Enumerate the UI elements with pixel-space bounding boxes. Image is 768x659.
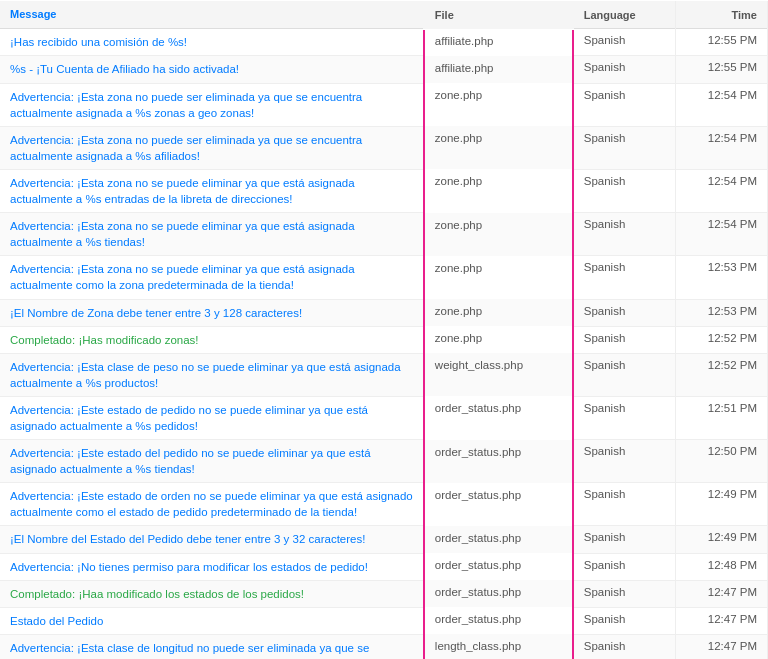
cell-time: 12:54 PM	[676, 126, 768, 169]
table-row: Advertencia: ¡Esta zona no puede ser eli…	[0, 126, 768, 169]
cell-time: 12:50 PM	[676, 440, 768, 483]
cell-language: Spanish	[573, 440, 676, 483]
table-row: Advertencia: ¡Este estado del pedido no …	[0, 440, 768, 483]
cell-language: Spanish	[573, 299, 676, 326]
cell-language: Spanish	[573, 56, 676, 83]
col-header-language: Language	[573, 1, 676, 29]
table-header-row: Message File Language Time	[0, 1, 768, 29]
cell-file: order_status.php	[424, 440, 573, 483]
cell-file: weight_class.php	[424, 353, 573, 396]
cell-language: Spanish	[573, 213, 676, 256]
cell-message: Advertencia: ¡Este estado de pedido no s…	[0, 396, 424, 439]
table-row: Estado del Pedidoorder_status.phpSpanish…	[0, 607, 768, 634]
cell-file: order_status.php	[424, 553, 573, 580]
cell-language: Spanish	[573, 83, 676, 126]
cell-time: 12:49 PM	[676, 483, 768, 526]
cell-file: order_status.php	[424, 580, 573, 607]
cell-language: Spanish	[573, 607, 676, 634]
cell-message: ¡El Nombre del Estado del Pedido debe te…	[0, 526, 424, 553]
table-row: Completado: ¡Has modificado zonas!zone.p…	[0, 326, 768, 353]
cell-time: 12:48 PM	[676, 553, 768, 580]
table-row: Advertencia: ¡Esta zona no se puede elim…	[0, 169, 768, 212]
cell-time: 12:54 PM	[676, 83, 768, 126]
cell-time: 12:55 PM	[676, 56, 768, 83]
cell-time: 12:51 PM	[676, 396, 768, 439]
cell-time: 12:47 PM	[676, 634, 768, 659]
cell-message: Advertencia: ¡Esta zona no puede ser eli…	[0, 126, 424, 169]
table-row: Advertencia: ¡Este estado de orden no se…	[0, 483, 768, 526]
table-row: ¡El Nombre del Estado del Pedido debe te…	[0, 526, 768, 553]
table-row: Advertencia: ¡Esta clase de longitud no …	[0, 634, 768, 659]
cell-language: Spanish	[573, 353, 676, 396]
table-row: Advertencia: ¡No tienes permiso para mod…	[0, 553, 768, 580]
cell-message: Advertencia: ¡Esta clase de longitud no …	[0, 634, 424, 659]
cell-time: 12:49 PM	[676, 526, 768, 553]
cell-language: Spanish	[573, 169, 676, 212]
cell-file: zone.php	[424, 326, 573, 353]
cell-language: Spanish	[573, 553, 676, 580]
cell-message: Completado: ¡Has modificado zonas!	[0, 326, 424, 353]
cell-file: order_status.php	[424, 526, 573, 553]
cell-message: Completado: ¡Haa modificado los estados …	[0, 580, 424, 607]
cell-message: ¡Has recibido una comisión de %s!	[0, 29, 424, 56]
cell-file: zone.php	[424, 256, 573, 299]
cell-time: 12:54 PM	[676, 213, 768, 256]
cell-time: 12:53 PM	[676, 256, 768, 299]
table-row: ¡Has recibido una comisión de %s!affilia…	[0, 29, 768, 56]
cell-time: 12:53 PM	[676, 299, 768, 326]
cell-language: Spanish	[573, 256, 676, 299]
cell-file: zone.php	[424, 169, 573, 212]
cell-message: Advertencia: ¡No tienes permiso para mod…	[0, 553, 424, 580]
cell-message: Advertencia: ¡Esta zona no se puede elim…	[0, 256, 424, 299]
table-row: ¡El Nombre de Zona debe tener entre 3 y …	[0, 299, 768, 326]
cell-file: zone.php	[424, 83, 573, 126]
cell-language: Spanish	[573, 580, 676, 607]
table-row: Advertencia: ¡Esta clase de peso no se p…	[0, 353, 768, 396]
cell-language: Spanish	[573, 634, 676, 659]
cell-file: affiliate.php	[424, 29, 573, 56]
table-row: %s - ¡Tu Cuenta de Afiliado ha sido acti…	[0, 56, 768, 83]
cell-message: %s - ¡Tu Cuenta de Afiliado ha sido acti…	[0, 56, 424, 83]
cell-language: Spanish	[573, 126, 676, 169]
cell-time: 12:47 PM	[676, 580, 768, 607]
cell-file: order_status.php	[424, 607, 573, 634]
col-header-message: Message	[0, 1, 424, 29]
cell-file: length_class.php	[424, 634, 573, 659]
activity-table: Message File Language Time ¡Has recibido…	[0, 0, 768, 659]
cell-language: Spanish	[573, 326, 676, 353]
cell-language: Spanish	[573, 526, 676, 553]
cell-file: zone.php	[424, 213, 573, 256]
cell-time: 12:52 PM	[676, 353, 768, 396]
col-header-file: File	[424, 1, 573, 29]
cell-time: 12:47 PM	[676, 607, 768, 634]
table-row: Advertencia: ¡Esta zona no se puede elim…	[0, 213, 768, 256]
col-header-time: Time	[676, 1, 768, 29]
cell-message: Advertencia: ¡Este estado de orden no se…	[0, 483, 424, 526]
cell-file: zone.php	[424, 126, 573, 169]
cell-language: Spanish	[573, 483, 676, 526]
table-row: Advertencia: ¡Este estado de pedido no s…	[0, 396, 768, 439]
cell-file: order_status.php	[424, 483, 573, 526]
cell-message: Advertencia: ¡Esta clase de peso no se p…	[0, 353, 424, 396]
cell-time: 12:52 PM	[676, 326, 768, 353]
cell-time: 12:54 PM	[676, 169, 768, 212]
table-row: Completado: ¡Haa modificado los estados …	[0, 580, 768, 607]
cell-message: Advertencia: ¡Esta zona no se puede elim…	[0, 169, 424, 212]
table-row: Advertencia: ¡Esta zona no se puede elim…	[0, 256, 768, 299]
cell-file: order_status.php	[424, 396, 573, 439]
cell-file: zone.php	[424, 299, 573, 326]
cell-time: 12:55 PM	[676, 29, 768, 56]
cell-message: ¡El Nombre de Zona debe tener entre 3 y …	[0, 299, 424, 326]
cell-language: Spanish	[573, 29, 676, 56]
cell-language: Spanish	[573, 396, 676, 439]
cell-message: Advertencia: ¡Este estado del pedido no …	[0, 440, 424, 483]
cell-file: affiliate.php	[424, 56, 573, 83]
cell-message: Advertencia: ¡Esta zona no se puede elim…	[0, 213, 424, 256]
cell-message: Estado del Pedido	[0, 607, 424, 634]
activity-table-container: Message File Language Time ¡Has recibido…	[0, 0, 768, 659]
table-row: Advertencia: ¡Esta zona no puede ser eli…	[0, 83, 768, 126]
cell-message: Advertencia: ¡Esta zona no puede ser eli…	[0, 83, 424, 126]
